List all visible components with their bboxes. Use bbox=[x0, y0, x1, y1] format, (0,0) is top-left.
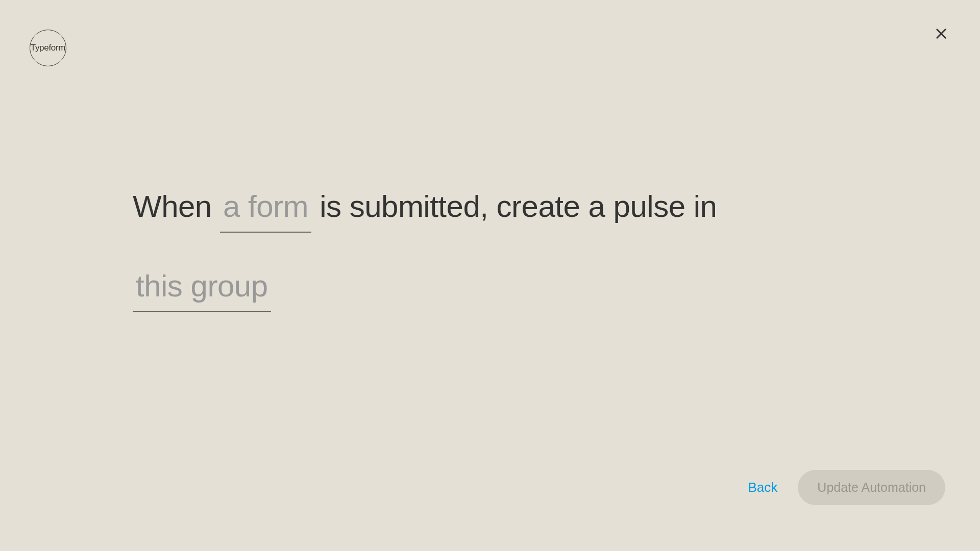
sentence-prefix: When bbox=[133, 189, 212, 223]
footer-actions: Back Update Automation bbox=[740, 470, 945, 505]
logo-text: Typeform bbox=[31, 43, 65, 53]
sentence-middle: is submitted, create a pulse in bbox=[320, 189, 717, 223]
sentence-line-2: this group bbox=[133, 263, 847, 312]
typeform-logo: Typeform bbox=[30, 30, 66, 66]
update-automation-button[interactable]: Update Automation bbox=[798, 470, 945, 505]
group-selector[interactable]: this group bbox=[133, 263, 271, 312]
back-button[interactable]: Back bbox=[740, 475, 786, 499]
logo-circle-icon: Typeform bbox=[30, 30, 66, 66]
automation-sentence-builder: When a form is submitted, create a pulse… bbox=[133, 184, 847, 343]
form-selector[interactable]: a form bbox=[220, 184, 311, 233]
sentence-line-1: When a form is submitted, create a pulse… bbox=[133, 184, 847, 233]
sentence-container: When a form is submitted, create a pulse… bbox=[133, 184, 847, 312]
close-button[interactable] bbox=[932, 24, 950, 43]
close-icon bbox=[934, 27, 948, 41]
